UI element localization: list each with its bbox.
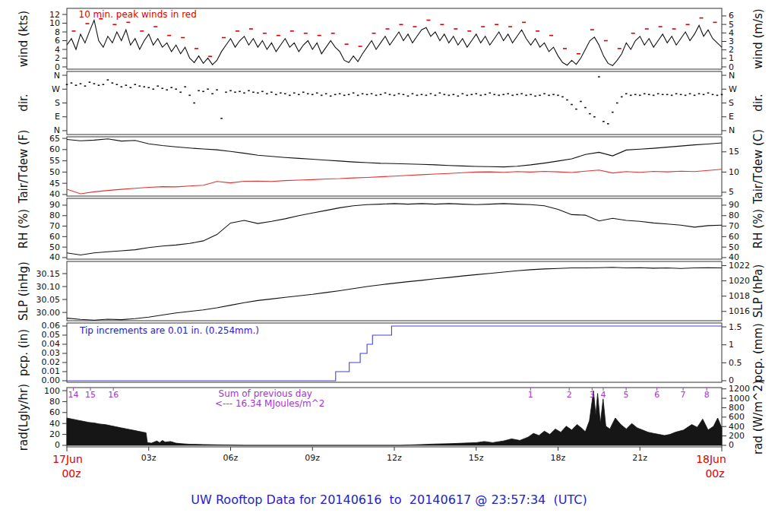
x-tick-label: 15z [469, 453, 484, 463]
svg-text:30.10: 30.10 [36, 282, 61, 292]
y-ticks-left-wind: 024681012 [49, 10, 67, 72]
svg-text:E: E [729, 112, 734, 122]
svg-text:1022: 1022 [729, 261, 750, 271]
svg-text:5: 5 [729, 187, 734, 197]
wind-annotation-0: 10 min. peak winds in red [79, 9, 197, 20]
svg-text:40: 40 [49, 252, 60, 262]
y-axis-label-left-wind: wind (kts) [17, 11, 30, 67]
svg-text:1016: 1016 [729, 306, 750, 316]
x-tick-label: 06z [223, 453, 239, 463]
y-axis-label-left-temp: Tair/Tdew (F) [17, 130, 30, 204]
y-ticks-right-rh: 405060708090 [722, 200, 739, 262]
svg-text:0.01: 0.01 [42, 366, 61, 376]
svg-text:80: 80 [49, 211, 60, 220]
svg-text:0.00: 0.00 [42, 375, 61, 385]
y-axis-label-right-temp: Tair/Tdew (C) [751, 129, 765, 204]
svg-text:50: 50 [49, 242, 60, 252]
svg-text:1018: 1018 [729, 291, 750, 301]
x-axis-end-date: 18Jun [696, 453, 726, 465]
x-axis-end-hour: 00z [705, 467, 724, 480]
svg-text:3: 3 [590, 390, 595, 400]
svg-text:40: 40 [49, 189, 60, 199]
chart-title: UW Rooftop Data for 20140616 to 20140617… [191, 492, 587, 507]
svg-text:2: 2 [567, 390, 572, 400]
svg-text:100: 100 [44, 386, 60, 396]
svg-text:60: 60 [49, 407, 60, 417]
wind-direction-chart: NWSENNWSEN [67, 71, 722, 135]
y-ticks-right-dir: NWSEN [722, 71, 737, 136]
svg-text:4: 4 [55, 45, 60, 55]
y-axis-label-left-rad: rad(Lgly/hr) [17, 384, 30, 451]
svg-text:20: 20 [49, 429, 60, 439]
svg-text:W: W [52, 84, 60, 94]
svg-text:5: 5 [729, 20, 734, 30]
rad-annotation-1: <--- 16.34 MJoules/m^2 [215, 398, 324, 409]
svg-text:0.06: 0.06 [42, 321, 61, 331]
svg-text:6: 6 [729, 11, 734, 21]
svg-text:10: 10 [729, 167, 739, 177]
x-tick-label: 18z [551, 453, 566, 463]
svg-text:0.05: 0.05 [42, 330, 61, 340]
rad-annotation-0: Sum of previous day [219, 388, 312, 399]
svg-text:15: 15 [729, 147, 739, 157]
y-axis-label-right-rh: RH (%) [751, 209, 765, 249]
svg-text:1: 1 [528, 390, 533, 400]
y-ticks-right-rad: 020040060080010001200 [722, 384, 750, 450]
svg-text:1020: 1020 [729, 276, 750, 286]
svg-text:N: N [54, 71, 60, 81]
y-axis-label-left-slp: SLP (inHg) [17, 261, 30, 321]
svg-text:200: 200 [729, 431, 745, 441]
svg-text:60: 60 [49, 144, 60, 154]
svg-text:0: 0 [729, 440, 734, 450]
svg-text:1.5: 1.5 [729, 322, 742, 332]
svg-text:1: 1 [729, 53, 734, 63]
svg-text:90: 90 [49, 200, 60, 210]
svg-text:60: 60 [729, 232, 739, 242]
y-axis-label-right-rad: rad (W/m^2) [751, 380, 765, 454]
svg-text:3: 3 [729, 36, 734, 46]
y-axis-label-right-pcp: pcp. (mm) [751, 323, 765, 382]
svg-text:10: 10 [49, 18, 60, 28]
svg-text:90: 90 [729, 200, 739, 210]
x-axis-start-date: 17Jun [52, 453, 83, 465]
y-ticks-left-pcp: 0.000.010.020.030.040.050.06 [42, 321, 68, 385]
svg-text:15: 15 [85, 390, 96, 400]
y-axis-label-right-dir: dir. [751, 93, 765, 111]
svg-text:N: N [729, 71, 735, 81]
svg-text:1: 1 [729, 340, 734, 350]
y-ticks-right-temp: 51015 [722, 147, 739, 197]
y-axis-label-left-rh: RH (%) [17, 209, 30, 249]
svg-text:W: W [729, 84, 737, 94]
svg-text:S: S [55, 98, 60, 108]
svg-text:800: 800 [729, 403, 745, 413]
svg-text:30.15: 30.15 [36, 269, 61, 279]
y-axis-label-left-pcp: pcp. (in) [17, 329, 30, 376]
svg-text:30.00: 30.00 [36, 308, 61, 318]
svg-text:16: 16 [108, 390, 119, 400]
svg-text:0: 0 [55, 440, 60, 450]
svg-text:7: 7 [681, 390, 686, 400]
svg-text:8: 8 [704, 390, 710, 400]
svg-text:6: 6 [55, 36, 60, 46]
y-axis-label-right-slp: SLP (hPa) [751, 264, 765, 318]
svg-text:600: 600 [729, 412, 745, 422]
svg-text:N: N [729, 125, 735, 135]
svg-text:4: 4 [601, 390, 606, 400]
y-ticks-left-slp: 30.0030.0530.1030.15 [36, 269, 68, 318]
weather-plot: 024681012012345610 min. peak winds in re… [0, 0, 778, 532]
svg-text:30.05: 30.05 [36, 295, 61, 305]
y-ticks-left-temp: 404550556065 [49, 134, 67, 200]
svg-text:70: 70 [729, 221, 739, 231]
svg-text:45: 45 [49, 179, 60, 188]
svg-text:50: 50 [729, 242, 739, 252]
solar-radiation-chart: 020406080100020040060080010001200Sum of … [67, 388, 722, 447]
x-tick-label: 12z [387, 453, 402, 463]
y-ticks-left-dir: NWSEN [52, 71, 67, 136]
svg-text:55: 55 [49, 156, 60, 166]
svg-text:S: S [729, 98, 734, 108]
svg-text:E: E [55, 112, 60, 122]
sea-level-pressure-chart: 30.0030.0530.1030.151016101810201022 [67, 261, 722, 321]
svg-text:60: 60 [49, 232, 60, 242]
y-ticks-right-slp: 1016101810201022 [722, 261, 750, 316]
y-ticks-right-wind: 0123456 [722, 11, 734, 71]
